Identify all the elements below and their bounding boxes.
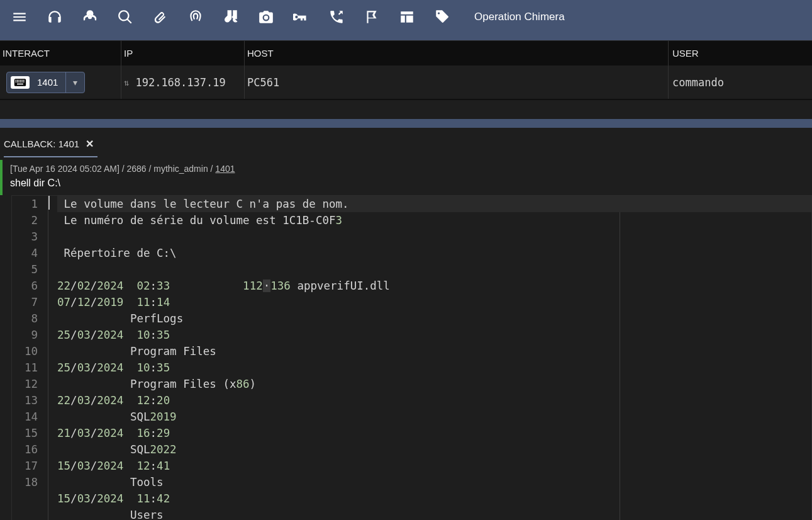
code-content[interactable]: Le volume dans le lecteur C n'a pas de n… (48, 196, 811, 520)
search-icon[interactable] (117, 9, 133, 25)
svg-rect-8 (23, 79, 25, 81)
flag-icon[interactable] (364, 9, 380, 25)
svg-rect-9 (16, 81, 17, 82)
interact-label: 1401 (30, 77, 65, 88)
camera-icon[interactable] (258, 9, 274, 25)
gutter: 123456789101112131415161718 (12, 196, 48, 520)
separator-bar[interactable] (0, 119, 812, 128)
interact-button[interactable]: 1401 ▾ (6, 72, 85, 93)
phone-icon[interactable] (328, 9, 345, 25)
task-block: [Tue Apr 16 2024 05:02 AM] / 2686 / myth… (0, 160, 812, 195)
callback-row: 1401 ▾ ⇅ 192.168.137.19 PC561 commando (0, 65, 812, 100)
callbacks-table-header: INTERACT IP HOST USER (0, 40, 812, 65)
menu-icon[interactable] (11, 9, 28, 25)
layout-icon[interactable] (399, 9, 415, 25)
svg-point-0 (88, 15, 92, 20)
interact-dropdown-caret[interactable]: ▾ (65, 72, 84, 93)
tag-icon[interactable] (434, 9, 450, 25)
headphones-icon[interactable] (47, 9, 63, 25)
svg-rect-12 (20, 81, 21, 82)
svg-rect-13 (22, 81, 23, 82)
col-header-user[interactable]: USER (669, 41, 812, 65)
attachment-icon[interactable] (152, 9, 169, 25)
svg-rect-3 (16, 79, 17, 81)
svg-rect-11 (19, 81, 20, 82)
callback-tab[interactable]: CALLBACK: 1401 ✕ (4, 134, 97, 157)
keyboard-icon (11, 76, 30, 89)
biohazard-icon[interactable] (82, 9, 98, 25)
svg-rect-14 (23, 81, 25, 82)
socks-icon[interactable] (223, 9, 239, 25)
svg-rect-15 (17, 83, 23, 84)
user-value: commando (672, 76, 724, 89)
col-header-host[interactable]: HOST (245, 41, 669, 65)
code-output[interactable]: 123456789101112131415161718 Le volume da… (11, 195, 812, 520)
top-toolbar: Operation Chimera (0, 0, 812, 34)
close-icon[interactable]: ✕ (86, 138, 94, 150)
operation-name: Operation Chimera (474, 11, 565, 23)
svg-rect-5 (19, 79, 20, 81)
task-meta: [Tue Apr 16 2024 05:02 AM] / 2686 / myth… (3, 160, 812, 176)
task-id-link[interactable]: 1401 (215, 164, 235, 174)
svg-rect-7 (22, 79, 23, 81)
svg-point-1 (295, 16, 298, 18)
sort-icon[interactable]: ⇅ (124, 77, 129, 88)
tab-label: CALLBACK: 1401 (4, 138, 79, 149)
ip-value: 192.168.137.19 (135, 76, 225, 89)
svg-rect-10 (17, 81, 18, 82)
col-header-ip[interactable]: IP (121, 41, 245, 65)
tab-row: CALLBACK: 1401 ✕ (0, 128, 812, 157)
key-icon[interactable] (293, 9, 309, 25)
svg-rect-6 (20, 79, 21, 81)
fingerprint-icon[interactable] (187, 9, 204, 25)
host-value: PC561 (247, 76, 279, 89)
task-command: shell dir C:\ (3, 176, 812, 195)
col-header-interact[interactable]: INTERACT (0, 41, 121, 65)
svg-rect-4 (17, 79, 18, 81)
